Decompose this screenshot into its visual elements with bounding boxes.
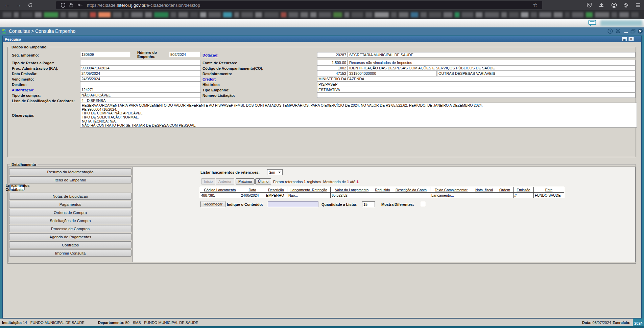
minimize-icon[interactable] [623, 28, 629, 34]
col-descricao-conta[interactable]: Descrição da Conta [392, 187, 430, 193]
indique-conteudo-input[interactable] [268, 201, 318, 207]
pocket-icon[interactable] [585, 1, 594, 9]
bookmark-chip[interactable] [391, 12, 397, 17]
bookmark-chip[interactable] [131, 12, 143, 17]
anterior-button[interactable]: Anterior [216, 178, 234, 184]
bookmark-chip[interactable] [113, 12, 122, 17]
quantidade-listar-input[interactable] [362, 201, 375, 207]
window-minimize-icon[interactable]: ▃ [622, 37, 627, 41]
account-icon[interactable] [610, 1, 618, 9]
bookmark-chip[interactable] [124, 12, 129, 17]
autorizacao-input[interactable] [80, 87, 201, 92]
reload-icon[interactable] [26, 1, 34, 9]
col-codigo-lancamento[interactable]: Código Lançamento [200, 187, 240, 193]
numero-empenho-input[interactable] [169, 52, 201, 57]
bookmark-chip[interactable] [209, 12, 221, 17]
bookmark-chip[interactable] [411, 12, 418, 17]
bookmark-chip[interactable] [200, 12, 206, 17]
sidebar-item-lancamentos-contabeis[interactable]: Lançamentos Contábeis [9, 184, 25, 190]
sidebar-item-solicitacoes-compra[interactable]: Solicitações de Compra [9, 217, 132, 224]
bookmark-chip[interactable] [399, 12, 408, 17]
bookmark-chip[interactable] [586, 12, 593, 17]
seq-empenho-input[interactable] [80, 52, 130, 57]
bookmark-chip[interactable] [333, 12, 342, 17]
help-icon[interactable]: ? [607, 28, 614, 34]
vencimento-input[interactable] [80, 76, 201, 82]
url-bar[interactable]: https://ecidade.niteroi.rj.gov.br/e-cida… [56, 1, 542, 9]
bookmark-chip[interactable] [68, 12, 78, 17]
bookmark-chip[interactable] [90, 12, 96, 17]
bookmark-chip[interactable] [612, 12, 617, 17]
table-row[interactable]: 4887381 24/05/2024 EMPENHO Não... 65.522… [200, 193, 564, 198]
sidebar-item-agenda-pagamentos[interactable]: Agenda de Pagamentos [9, 233, 132, 240]
restos-input[interactable] [80, 60, 201, 65]
bookmark-chip[interactable] [485, 12, 499, 17]
restore-window-icon[interactable] [629, 28, 636, 34]
recomecar-button[interactable]: Recomeçar [200, 201, 225, 207]
extensions-icon[interactable] [622, 1, 630, 9]
bookmark-chip[interactable] [352, 12, 363, 17]
bookmark-chip[interactable] [255, 12, 262, 17]
bookmark-chip[interactable] [44, 12, 58, 17]
bookmark-chip[interactable] [35, 12, 42, 17]
bookmark-chip[interactable] [531, 12, 537, 17]
destino-input[interactable] [80, 82, 201, 87]
bookmark-chip[interactable] [554, 12, 563, 17]
chat-icon[interactable] [588, 20, 596, 27]
bookmark-chip[interactable] [178, 12, 188, 17]
proximo-button[interactable]: Próximo [236, 178, 255, 184]
bookmark-chip[interactable] [539, 12, 551, 17]
bookmark-chip[interactable] [264, 12, 279, 17]
bookmark-chip[interactable] [61, 12, 66, 17]
sidebar-item-itens[interactable]: Itens do Empenho [9, 176, 132, 183]
col-ordem[interactable]: Ordem [496, 187, 514, 193]
bookmark-chip[interactable] [429, 12, 441, 17]
bookmark-chip[interactable] [444, 12, 452, 17]
bookmark-chip[interactable] [154, 12, 168, 17]
bookmark-chip[interactable] [455, 12, 459, 17]
bookmark-chip[interactable] [521, 12, 528, 17]
bookmark-chip[interactable] [3, 12, 11, 17]
sidebar-item-resumo[interactable]: Resumo da Movimentação [9, 168, 132, 175]
bookmark-chip[interactable] [190, 12, 198, 17]
lock-icon[interactable] [69, 3, 73, 7]
menu-icon[interactable] [634, 1, 642, 9]
credor-link[interactable]: Credor: [202, 77, 216, 81]
sidebar-item-pagamentos[interactable]: Pagamentos [9, 201, 132, 208]
downloads-icon[interactable] [597, 1, 606, 9]
bookmark-chip[interactable] [476, 12, 482, 17]
col-lancamento-retencao[interactable]: Lançamento_Retenção [287, 187, 331, 193]
bookmark-chip[interactable] [595, 12, 609, 17]
col-valor-lancamento[interactable]: Valor do Lançamento [331, 187, 373, 193]
col-nota-fiscal[interactable]: Nota_fiscal [472, 187, 496, 193]
bookmark-chip[interactable] [501, 12, 507, 17]
bookmark-chip[interactable] [289, 12, 298, 17]
sidebar-item-imprimir-consulta[interactable]: Imprimir Consulta [9, 249, 132, 257]
bookmark-chip[interactable] [421, 12, 427, 17]
bookmark-chip[interactable] [98, 12, 111, 17]
bookmark-chip[interactable] [565, 12, 570, 17]
proc-input[interactable] [80, 65, 201, 71]
close-icon[interactable] [637, 28, 644, 34]
bookmark-chip[interactable] [509, 12, 519, 17]
bookmark-chip[interactable] [234, 12, 239, 17]
bookmark-chip[interactable] [80, 12, 88, 17]
bookmark-chip[interactable] [631, 12, 639, 17]
bookmark-chip[interactable] [572, 12, 583, 17]
autorizacao-link[interactable]: Autorização: [12, 88, 34, 92]
permissions-icon[interactable] [77, 3, 83, 7]
bookmark-chip[interactable] [171, 12, 176, 17]
forward-icon[interactable]: → [14, 1, 23, 9]
bookmark-chip[interactable] [462, 12, 473, 17]
col-descricao[interactable]: Descrição [265, 187, 287, 193]
data-emissao-input[interactable] [80, 71, 201, 76]
dotacao-link[interactable]: Dotação: [202, 53, 218, 57]
bookmark-star-icon[interactable]: ☆ [533, 2, 538, 8]
bookmark-chip[interactable] [145, 12, 152, 17]
window-close-icon[interactable]: ✕ [628, 37, 634, 41]
bookmark-chip[interactable] [310, 12, 316, 17]
col-data[interactable]: Data [240, 187, 265, 193]
col-reduzido[interactable]: Reduzido [373, 187, 392, 193]
back-icon[interactable]: ← [3, 1, 11, 9]
bookmark-chip[interactable] [14, 12, 19, 17]
